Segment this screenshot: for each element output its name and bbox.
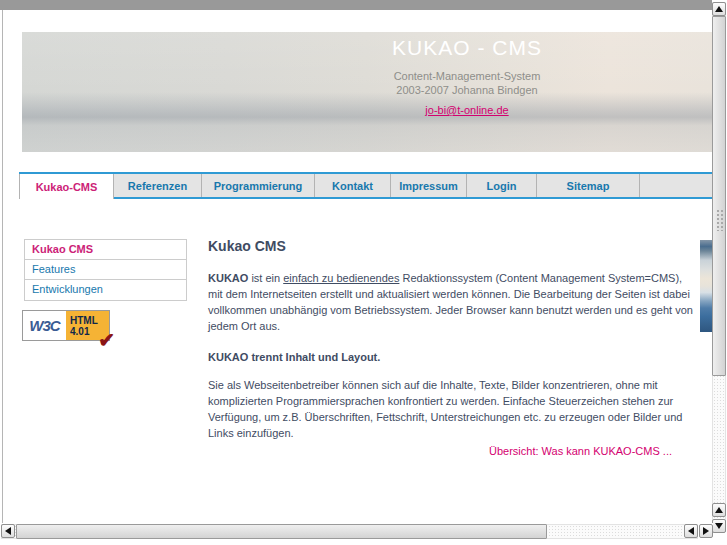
top-bar — [0, 0, 713, 10]
site-subtitle: Content-Management-System 2003-2007 Joha… — [282, 69, 652, 97]
tab-sitemap[interactable]: Sitemap — [537, 174, 640, 197]
intro-paragraph: KUKAO ist ein einfach zu bedienendes Red… — [208, 270, 694, 334]
content-subheading: KUKAO trennt Inhalt und Layout. — [208, 349, 694, 365]
page-title: Kukao CMS — [208, 238, 694, 254]
more-link-row: Übersicht: Was kann KUKAO-CMS ... — [208, 441, 672, 459]
header-banner-image: KUKAO - CMS Content-Management-System 20… — [22, 32, 712, 152]
easy-to-use-link[interactable]: einfach zu bedienendes — [283, 272, 399, 284]
sidebar-menu: Kukao CMS Features Entwicklungen — [24, 239, 187, 301]
main-content: Kukao CMS KUKAO ist ein einfach zu bedie… — [208, 238, 694, 456]
scroll-up-icon — [715, 507, 723, 513]
tab-kukao-cms[interactable]: Kukao-CMS — [19, 174, 114, 199]
horizontal-scrollbar[interactable] — [0, 523, 713, 541]
horizontal-scrollbar-thumb[interactable] — [16, 524, 547, 539]
nav-filler — [640, 174, 712, 197]
scroll-left-icon — [5, 527, 11, 535]
site-subtitle-line1: Content-Management-System — [282, 69, 652, 83]
second-paragraph: Sie als Webseitenbetreiber können sich a… — [208, 377, 694, 441]
browser-viewport: KUKAO - CMS Content-Management-System 20… — [0, 0, 727, 545]
scrollbar-grip — [716, 209, 724, 231]
sidebar-item-entwicklungen[interactable]: Entwicklungen — [25, 280, 186, 300]
sidebar-item-kukao-cms[interactable]: Kukao CMS — [25, 240, 186, 260]
header-text-block: KUKAO - CMS Content-Management-System 20… — [282, 36, 652, 118]
w3c-html401-badge[interactable]: W3C HTML 4.01 ✔ — [22, 310, 110, 341]
scroll-left-button[interactable] — [1, 524, 15, 538]
tab-login[interactable]: Login — [467, 174, 537, 197]
scroll-up-button[interactable] — [712, 2, 726, 16]
w3c-badge-line1: HTML — [70, 315, 109, 326]
scroll-right-button[interactable] — [699, 524, 713, 538]
sidebar-item-features[interactable]: Features — [25, 260, 186, 280]
tab-programmierung[interactable]: Programmierung — [202, 174, 315, 197]
site-subtitle-line2: 2003-2007 Johanna Bindgen — [282, 83, 652, 97]
viewport-left-border — [2, 10, 3, 523]
scroll-down-icon — [715, 523, 723, 529]
tab-kontakt[interactable]: Kontakt — [315, 174, 391, 197]
email-link[interactable]: jo-bi@t-online.de — [425, 104, 508, 116]
tab-impressum[interactable]: Impressum — [391, 174, 467, 197]
overview-link[interactable]: Übersicht: Was kann KUKAO-CMS ... — [489, 445, 672, 457]
scroll-left-icon — [688, 527, 694, 535]
vertical-scrollbar[interactable] — [712, 0, 727, 545]
intro-pre-link: ist ein — [248, 272, 283, 284]
main-nav: Kukao-CMS Referenzen Programmierung Kont… — [19, 172, 712, 199]
vertical-scrollbar-thumb[interactable] — [712, 16, 726, 376]
scroll-right-icon — [703, 527, 709, 535]
scroll-down-button[interactable] — [712, 519, 726, 533]
clipped-side-image — [700, 240, 712, 332]
w3c-badge-label: HTML 4.01 ✔ — [66, 311, 109, 340]
scroll-left-button-right-end[interactable] — [684, 524, 698, 538]
checkmark-icon: ✔ — [98, 335, 115, 346]
w3c-logo: W3C — [23, 311, 66, 340]
scroll-up-button-bottom[interactable] — [712, 503, 726, 517]
scroll-up-icon — [715, 6, 723, 12]
tab-referenzen[interactable]: Referenzen — [114, 174, 202, 197]
site-title: KUKAO - CMS — [282, 36, 652, 60]
intro-lead: KUKAO — [208, 272, 248, 284]
